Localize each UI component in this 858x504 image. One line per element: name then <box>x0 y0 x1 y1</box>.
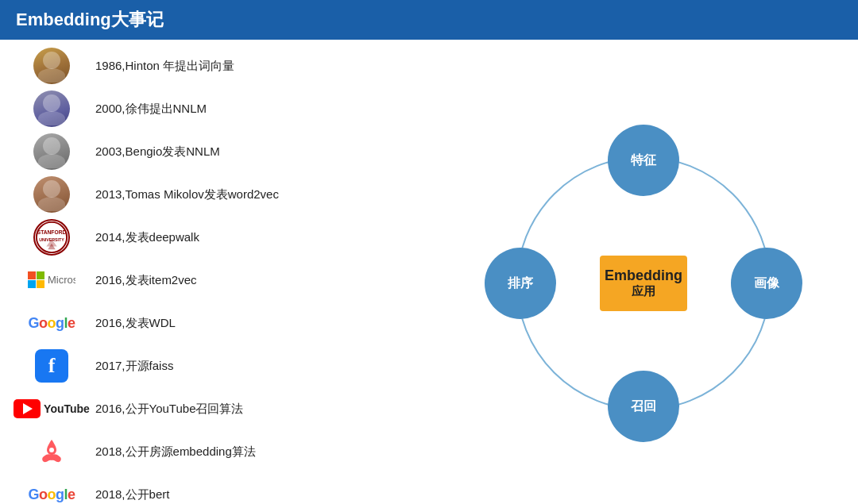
page-wrapper: Embedding大事记 1986,Hinton 年提出词向量 2000,徐伟提… <box>0 0 858 504</box>
svg-rect-7 <box>28 280 36 288</box>
node-top-label: 特征 <box>631 152 656 169</box>
timeline-text-faiss: 2017,开源faiss <box>87 359 173 374</box>
svg-rect-6 <box>37 271 44 279</box>
timeline-text-mikolov: 2013,Tomas Mikolov发表word2vec <box>87 187 279 202</box>
center-text2: 应用 <box>632 284 655 299</box>
timeline-text-hinton: 1986,Hinton 年提出词向量 <box>87 59 234 74</box>
node-left: 排序 <box>485 248 556 319</box>
timeline-text-bengio: 2003,Bengio发表NNLM <box>87 144 220 160</box>
diagram-panel: 特征 画像 召回 排序 Embedding 应用 <box>445 48 842 504</box>
timeline-text-youtube: 2016,公开YouTube召回算法 <box>87 402 243 417</box>
center-text1: Embedding <box>605 267 682 284</box>
logo-facebook: f <box>16 348 87 383</box>
list-item: 2003,Bengio发表NNLM <box>16 133 429 170</box>
logo-hinton <box>16 48 87 83</box>
center-node: Embedding 应用 <box>600 256 687 311</box>
list-item: 2018,公开房源embedding算法 <box>16 433 429 470</box>
timeline-panel: 1986,Hinton 年提出词向量 2000,徐伟提出NNLM 2003,Be… <box>16 48 429 504</box>
timeline-text-item2vec: 2016,发表item2vec <box>87 273 197 288</box>
node-top: 特征 <box>608 125 679 196</box>
main-content: 1986,Hinton 年提出词向量 2000,徐伟提出NNLM 2003,Be… <box>0 40 858 504</box>
logo-microsoft: Microsoft <box>16 263 87 298</box>
logo-stanford: STANFORD UNIVERSITY <box>16 220 87 255</box>
node-bottom: 召回 <box>608 371 679 442</box>
page-title: Embedding大事记 <box>16 10 164 29</box>
timeline-text-airbnb: 2018,公开房源embedding算法 <box>87 444 256 460</box>
avatar-bengio <box>33 133 70 170</box>
list-item: Microsoft 2016,发表item2vec <box>16 262 429 298</box>
node-right-label: 画像 <box>754 275 779 292</box>
logo-google1: Google <box>16 306 87 340</box>
list-item: 1986,Hinton 年提出词向量 <box>16 48 429 84</box>
google-icon-2: Google <box>28 487 75 503</box>
embedding-diagram: 特征 画像 召回 排序 Embedding 应用 <box>477 117 810 450</box>
logo-mikolov <box>16 177 87 212</box>
google-icon-1: Google <box>28 315 75 332</box>
microsoft-icon: Microsoft <box>28 271 75 289</box>
avatar-hinton <box>33 48 70 84</box>
svg-rect-5 <box>28 271 36 279</box>
svg-rect-8 <box>37 280 44 288</box>
node-left-label: 排序 <box>508 275 533 292</box>
page-header: Embedding大事记 <box>0 0 858 40</box>
stanford-icon: STANFORD UNIVERSITY <box>33 219 70 256</box>
svg-text:Microsoft: Microsoft <box>48 274 75 286</box>
list-item: f 2017,开源faiss <box>16 348 429 384</box>
timeline-text-xu: 2000,徐伟提出NNLM <box>87 102 207 117</box>
node-right: 画像 <box>731 248 802 319</box>
timeline-text-deepwalk: 2014,发表deepwalk <box>87 230 199 245</box>
logo-bengio <box>16 134 87 169</box>
airbnb-icon <box>35 435 68 468</box>
logo-xu <box>16 91 87 126</box>
svg-text:STANFORD: STANFORD <box>37 229 67 235</box>
facebook-icon: f <box>35 349 68 383</box>
youtube-icon: YouTube <box>14 399 90 418</box>
timeline-text-bert: 2018,公开bert <box>87 487 169 502</box>
svg-point-10 <box>49 448 54 452</box>
logo-youtube: YouTube <box>16 391 87 426</box>
logo-airbnb <box>16 434 87 469</box>
avatar-xu <box>33 90 70 127</box>
list-item: YouTube 2016,公开YouTube召回算法 <box>16 391 429 427</box>
list-item: Google 2016,发表WDL <box>16 305 429 341</box>
list-item: 2013,Tomas Mikolov发表word2vec <box>16 176 429 213</box>
list-item: Google 2018,公开bert <box>16 476 429 504</box>
logo-google2: Google <box>16 477 87 504</box>
node-bottom-label: 召回 <box>631 398 656 415</box>
timeline-text-wdl: 2016,发表WDL <box>87 316 176 331</box>
list-item: 2000,徐伟提出NNLM <box>16 90 429 127</box>
list-item: STANFORD UNIVERSITY 2014,发表deepwalk <box>16 219 429 256</box>
avatar-mikolov <box>33 176 70 213</box>
